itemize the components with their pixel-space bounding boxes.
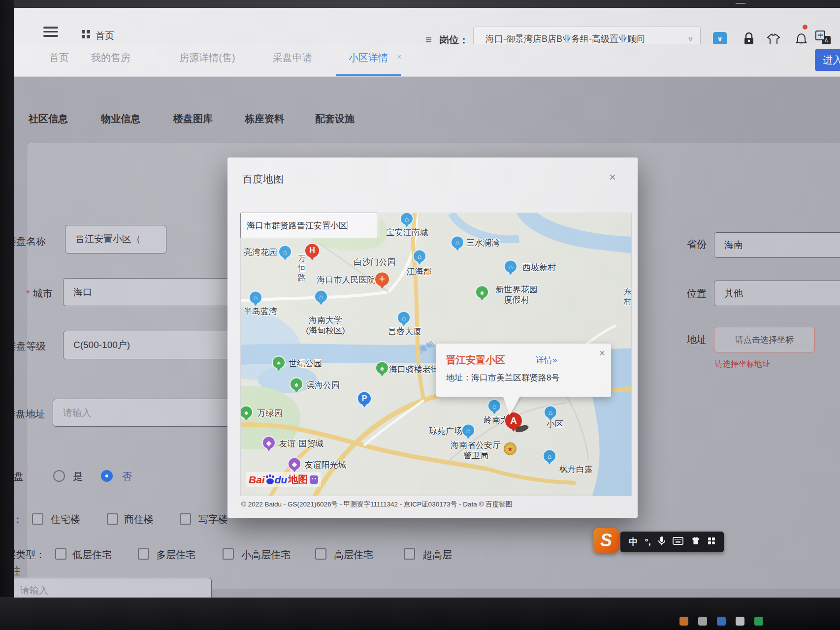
ime-mic-icon[interactable] [658, 536, 666, 548]
tab-home[interactable]: 首页 [49, 51, 69, 64]
shiji-park-pin[interactable]: ♠ [272, 356, 286, 370]
usage-label-office[interactable]: 写字楼 [198, 513, 228, 526]
province-select[interactable]: 海南 [714, 232, 840, 258]
post-select-value: 海口-御景湾店B店B业务组-高级置业顾问 [485, 33, 645, 45]
ime-toolbox-icon[interactable] [708, 537, 715, 547]
youyi-guomaocheng-pin[interactable]: ◆ [262, 436, 276, 450]
floor-checkbox-small-high[interactable] [223, 548, 234, 560]
subtab-property-info[interactable]: 物业信息 [101, 112, 140, 126]
field-label-province: 省份 [687, 238, 707, 251]
taskbar-icon-4[interactable] [736, 617, 744, 626]
baoan-jiangnancheng-pin[interactable]: ⌂ [400, 213, 414, 226]
window-minimize-icon[interactable]: — [736, 0, 745, 8]
tab-community-detail[interactable]: 小区详情 [349, 51, 388, 64]
ime-punctuation-mode[interactable]: °, [645, 537, 650, 547]
ime-keyboard-icon[interactable] [673, 537, 683, 547]
usage-label-mixed[interactable]: 商住楼 [124, 513, 154, 526]
taskbar-icon-1[interactable] [679, 617, 688, 626]
map-copyright: © 2022 Baidu - GS(2021)6026号 - 甲测资字11111… [241, 500, 512, 509]
usage-checkbox-mixed[interactable] [107, 513, 118, 525]
location-select[interactable]: 其他 [714, 281, 840, 306]
ime-skin-icon[interactable] [691, 536, 701, 547]
floor-label-high[interactable]: 高层住宅 [334, 548, 373, 562]
floor-label-low[interactable]: 低层住宅 [72, 548, 112, 562]
map-search-input[interactable]: 海口市群贤路晋江安置小区 [240, 213, 378, 238]
lingnan-dasha-pin[interactable]: ⌂ [487, 399, 501, 413]
taskbar-icon-5[interactable] [754, 617, 763, 626]
popup-detail-link[interactable]: 详情» [536, 354, 557, 366]
apps-grid-icon[interactable] [82, 30, 90, 38]
binhai-park-pin[interactable]: ♠ [290, 378, 303, 391]
usage-checkbox-residential[interactable] [32, 513, 43, 525]
parking-pin[interactable]: P [357, 391, 372, 406]
city-select[interactable]: 海口 ∨ [63, 278, 245, 306]
sanshui-lanwan-pin[interactable]: ⌂ [451, 236, 464, 250]
xinshijie-huayuan-pin[interactable]: ♠ [475, 285, 489, 299]
dialog-close-icon[interactable]: × [605, 169, 620, 185]
lock-radio-no[interactable] [101, 470, 113, 482]
floor-checkbox-high[interactable] [315, 548, 326, 560]
popup-close-icon[interactable]: × [599, 347, 605, 359]
lock-radio-yes[interactable] [53, 470, 65, 482]
taskbar-icon-3[interactable] [717, 617, 726, 626]
floor-label-small-high[interactable]: 小高层住宅 [241, 548, 291, 562]
map-info-popup: 晋江安置小区 详情» 地址：海口市美兰区群贤路8号 × [436, 344, 611, 397]
tab-listing-detail[interactable]: 房源详情(售) [179, 51, 235, 64]
jianghaijun-pin[interactable]: ⌂ [413, 250, 426, 263]
subtab-block-data[interactable]: 栋座资料 [245, 112, 284, 126]
liangwan-huayuan-pin[interactable]: ⌂ [278, 245, 292, 259]
subtab-community-info[interactable]: 社区信息 [29, 112, 68, 126]
police-emblem-pin[interactable]: ★ [504, 442, 517, 455]
tab-close-icon[interactable]: × [397, 52, 402, 62]
hospital-h-marker-pin[interactable]: H [304, 243, 320, 258]
field-label-city: *城市 [26, 287, 53, 300]
tab-caipan-apply[interactable]: 采盘申请 [273, 51, 312, 64]
baidu-map-logo: Bai du 地图 [246, 472, 321, 487]
screen-photo: 首页 ≡ 岗位： 海口-御景湾店B店B业务组-高级置业顾问 ∨ ∨ 中 A 首页… [0, 0, 840, 630]
checked-toggle-icon[interactable]: ∨ [713, 32, 727, 46]
building-address-input[interactable]: 请输入 [53, 399, 246, 427]
hamburger-menu-icon[interactable] [43, 27, 58, 37]
lock-radio-yes-label[interactable]: 是 [73, 470, 83, 483]
bandao-lanwan-pin[interactable]: ⌂ [249, 291, 262, 305]
qiongyuan-plaza-pin[interactable]: ⌂ [461, 424, 475, 438]
wanlv-park-pin[interactable]: ♠ [240, 406, 253, 419]
fengdan-bailu-pin[interactable]: ⌂ [543, 449, 556, 463]
building-name-input[interactable]: 晋江安置小区（ [65, 225, 166, 253]
floor-label-multi[interactable]: 多层住宅 [156, 548, 195, 562]
taskbar-icon-2[interactable] [698, 617, 707, 626]
ime-chinese-mode[interactable]: 中 [629, 536, 638, 548]
xipo-xincun-pin[interactable]: ⌂ [504, 260, 517, 274]
enter-button[interactable]: 进入 [815, 49, 840, 71]
sanshui-lanwan-label: 三水澜湾 [466, 238, 500, 248]
monitor-bezel-bottom [0, 598, 840, 630]
wanlv-park-label: 万绿园 [258, 408, 283, 418]
haidian-river-label: 海甸 [417, 339, 436, 355]
haikou-qilou-street-pin[interactable]: ♠ [375, 361, 389, 375]
hospital-cross-pin[interactable]: + [374, 271, 390, 287]
floor-checkbox-low[interactable] [55, 548, 66, 560]
youyi-yangguangcheng-pin[interactable]: ◆ [288, 457, 301, 471]
pick-coordinate-button[interactable]: 请点击选择坐标 [714, 327, 815, 352]
binhai-park-label: 滨海公园 [306, 380, 340, 390]
map-viewport[interactable]: ⌂宝安江南城⌂三水澜湾⌂亮湾花园H万 恒 路白沙门公园海口市人民医院+⌂江海郡⌂… [240, 213, 632, 496]
tab-my-sales[interactable]: 我的售房 [91, 51, 130, 64]
police-guard-bureau-label: 海南省公安厅 警卫局 [451, 440, 501, 461]
sogou-ime-logo[interactable]: S [593, 528, 619, 553]
baishamen-park-label: 白沙门公园 [354, 257, 396, 267]
usage-checkbox-office[interactable] [180, 513, 191, 525]
floor-label-super-high[interactable]: 超高层 [422, 548, 452, 562]
floor-checkbox-super-high[interactable] [404, 548, 415, 560]
active-tab-underline [336, 74, 401, 76]
jianghaijun-label: 江海郡 [407, 266, 432, 277]
grade-select[interactable]: C(500-100户) ∨ [63, 331, 245, 359]
xiaoqu-pin[interactable]: ⌂ [544, 406, 557, 419]
subtab-building-gallery[interactable]: 楼盘图库 [173, 112, 213, 126]
breadcrumb-home[interactable]: 首页 [96, 30, 114, 42]
subtab-facilities[interactable]: 配套设施 [315, 112, 355, 126]
lock-radio-no-label[interactable]: 否 [122, 470, 132, 483]
changrong-dasha-pin[interactable]: ⌂ [397, 311, 411, 325]
floor-checkbox-multi[interactable] [138, 548, 149, 560]
hainan-university-pin[interactable]: ⌂ [314, 290, 328, 304]
usage-label-residential[interactable]: 住宅楼 [51, 513, 80, 526]
